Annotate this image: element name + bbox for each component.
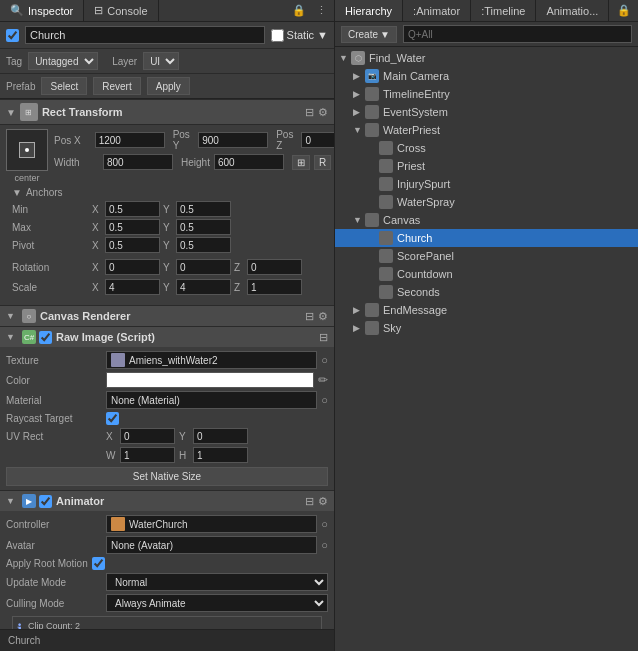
width-input[interactable] <box>103 154 173 170</box>
pos-y-input[interactable] <box>198 132 268 148</box>
update-mode-dropdown[interactable]: Normal <box>106 573 328 591</box>
color-picker-icon[interactable]: ✏ <box>318 373 328 387</box>
pivot-x[interactable] <box>105 237 160 253</box>
prefab-select-button[interactable]: Select <box>41 77 87 95</box>
avatar-picker-icon[interactable]: ○ <box>321 539 328 551</box>
tree-item-end_message[interactable]: ▶EndMessage <box>335 301 638 319</box>
tree-item-water_priest[interactable]: ▼WaterPriest <box>335 121 638 139</box>
expand-arrow-timeline_entry[interactable]: ▶ <box>353 89 365 99</box>
apply-root-motion-checkbox[interactable] <box>92 557 105 570</box>
canvas-renderer-copy-icon[interactable]: ⊟ <box>305 310 314 323</box>
tree-item-score_panel[interactable]: ScorePanel <box>335 247 638 265</box>
animator-header[interactable]: ▼ ▶ Animator ⊟ ⚙ <box>0 490 334 511</box>
constrain-proportions-button[interactable]: ⊞ <box>292 155 310 170</box>
create-button[interactable]: Create ▼ <box>341 26 397 43</box>
expand-arrow-sky[interactable]: ▶ <box>353 323 365 333</box>
prefab-apply-button[interactable]: Apply <box>147 77 190 95</box>
expand-arrow-canvas[interactable]: ▼ <box>353 215 365 225</box>
tree-item-cross[interactable]: Cross <box>335 139 638 157</box>
expand-arrow-main_camera[interactable]: ▶ <box>353 71 365 81</box>
tree-item-event_system[interactable]: ▶EventSystem <box>335 103 638 121</box>
raw-image-header[interactable]: ▼ C# Raw Image (Script) ⊟ <box>0 326 334 347</box>
anchor-max-y[interactable] <box>176 219 231 235</box>
expand-arrow-find_water[interactable]: ▼ <box>339 53 351 63</box>
hierarchy-lock-button[interactable]: 🔒 <box>614 3 634 18</box>
anchor-max-x[interactable] <box>105 219 160 235</box>
tag-dropdown[interactable]: Untagged <box>28 52 98 70</box>
layer-dropdown[interactable]: UI <box>143 52 179 70</box>
rect-transform-menu-icon[interactable]: ⚙ <box>318 106 328 119</box>
material-field[interactable]: None (Material) <box>106 391 317 409</box>
anchor-preset-box[interactable] <box>6 129 48 171</box>
anchor-min-y[interactable] <box>176 201 231 217</box>
scale-z[interactable] <box>247 279 302 295</box>
tree-item-countdown[interactable]: Countdown <box>335 265 638 283</box>
lock-button[interactable]: 🔒 <box>289 3 309 18</box>
tree-icon-priest <box>379 159 393 173</box>
set-native-size-button[interactable]: Set Native Size <box>6 467 328 486</box>
texture-field[interactable]: Amiens_withWater2 <box>106 351 317 369</box>
rect-transform-settings-icon[interactable]: ⊟ <box>305 106 314 119</box>
tab-animation[interactable]: Animatio... <box>536 0 609 21</box>
tree-item-priest[interactable]: Priest <box>335 157 638 175</box>
scale-y[interactable] <box>176 279 231 295</box>
pivot-y[interactable] <box>176 237 231 253</box>
canvas-renderer-header[interactable]: ▼ ○ Canvas Renderer ⊟ ⚙ <box>0 305 334 326</box>
reset-button[interactable]: R <box>314 155 331 170</box>
tree-item-church[interactable]: Church <box>335 229 638 247</box>
uv-x-input[interactable] <box>120 428 175 444</box>
tab-inspector[interactable]: 🔍 Inspector <box>0 0 84 21</box>
tab-hierarchy[interactable]: Hierarchy <box>335 0 403 21</box>
raw-image-enabled-checkbox[interactable] <box>39 331 52 344</box>
tab-timeline[interactable]: :Timeline <box>471 0 536 21</box>
anchors-title[interactable]: ▼ Anchors <box>12 187 322 198</box>
uv-h-input[interactable] <box>193 447 248 463</box>
uv-y-input[interactable] <box>193 428 248 444</box>
texture-picker-icon[interactable]: ○ <box>321 354 328 366</box>
expand-arrow-event_system[interactable]: ▶ <box>353 107 365 117</box>
tab-console[interactable]: ⊟ Console <box>84 0 158 21</box>
tree-item-injury_spurt[interactable]: InjurySpurt <box>335 175 638 193</box>
raycast-target-checkbox[interactable] <box>106 412 119 425</box>
tree-label-church: Church <box>397 232 634 244</box>
animator-copy-icon[interactable]: ⊟ <box>305 495 314 508</box>
tab-animator[interactable]: :Animator <box>403 0 471 21</box>
material-picker-icon[interactable]: ○ <box>321 394 328 406</box>
rotation-y[interactable] <box>176 259 231 275</box>
color-box[interactable] <box>106 372 314 388</box>
rotation-z[interactable] <box>247 259 302 275</box>
tree-item-canvas[interactable]: ▼Canvas <box>335 211 638 229</box>
uv-rect-row: UV Rect X Y <box>6 428 328 444</box>
tree-item-seconds[interactable]: Seconds <box>335 283 638 301</box>
tree-item-water_spray[interactable]: WaterSpray <box>335 193 638 211</box>
uv-w-input[interactable] <box>120 447 175 463</box>
rotation-x[interactable] <box>105 259 160 275</box>
hierarchy-search-input[interactable] <box>403 25 632 43</box>
static-dropdown-arrow[interactable]: ▼ <box>317 29 328 41</box>
avatar-field[interactable]: None (Avatar) <box>106 536 317 554</box>
animator-enabled-checkbox[interactable] <box>39 495 52 508</box>
raw-image-copy-icon[interactable]: ⊟ <box>319 331 328 344</box>
expand-arrow-water_priest[interactable]: ▼ <box>353 125 365 135</box>
pos-z-input[interactable] <box>301 132 334 148</box>
scale-x[interactable] <box>105 279 160 295</box>
rect-transform-header[interactable]: ▼ ⊞ Rect Transform ⊟ ⚙ <box>0 99 334 125</box>
controller-field[interactable]: WaterChurch <box>106 515 317 533</box>
active-checkbox[interactable] <box>6 29 19 42</box>
height-input[interactable] <box>214 154 284 170</box>
expand-arrow-end_message[interactable]: ▶ <box>353 305 365 315</box>
menu-button[interactable]: ⋮ <box>313 3 330 18</box>
object-name-input[interactable] <box>25 26 265 44</box>
tree-item-main_camera[interactable]: ▶📷Main Camera <box>335 67 638 85</box>
canvas-renderer-menu-icon[interactable]: ⚙ <box>318 310 328 323</box>
pos-x-input[interactable] <box>95 132 165 148</box>
culling-mode-dropdown[interactable]: Always Animate <box>106 594 328 612</box>
tree-item-timeline_entry[interactable]: ▶TimelineEntry <box>335 85 638 103</box>
prefab-revert-button[interactable]: Revert <box>93 77 140 95</box>
tree-item-find_water[interactable]: ▼⬡Find_Water <box>335 49 638 67</box>
controller-picker-icon[interactable]: ○ <box>321 518 328 530</box>
static-checkbox[interactable] <box>271 29 284 42</box>
animator-menu-icon[interactable]: ⚙ <box>318 495 328 508</box>
tree-item-sky[interactable]: ▶Sky <box>335 319 638 337</box>
anchor-min-x[interactable] <box>105 201 160 217</box>
